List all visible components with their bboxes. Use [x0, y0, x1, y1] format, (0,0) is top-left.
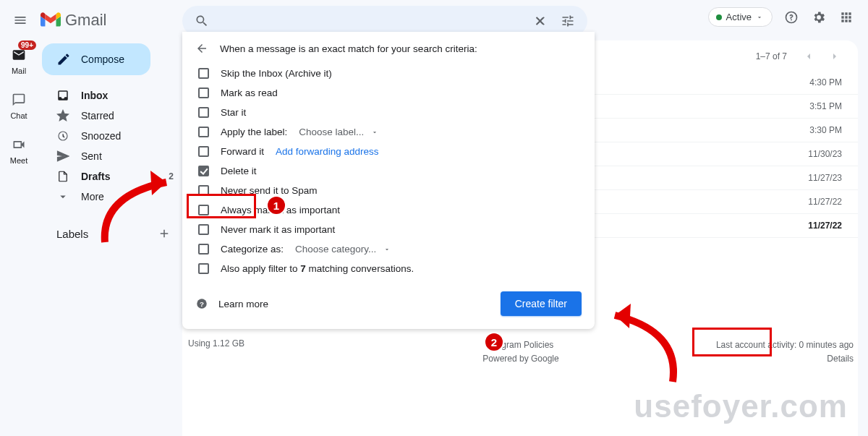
option-never-spam[interactable]: Never send it to Spam: [195, 181, 582, 200]
checkbox[interactable]: [198, 224, 209, 235]
status-pill[interactable]: Active: [708, 7, 773, 27]
option-categorize[interactable]: Categorize as:Choose category...: [195, 239, 582, 259]
label-dropdown[interactable]: Choose label...: [299, 127, 378, 137]
inbox-icon: [56, 89, 69, 102]
chat-icon: [12, 93, 26, 107]
support-button[interactable]: [783, 9, 800, 26]
nav-more[interactable]: More: [42, 187, 179, 207]
last-activity: Last account activity: 0 minutes ago: [716, 338, 854, 352]
create-filter-button[interactable]: Create filter: [501, 291, 582, 316]
rail-meet[interactable]: Meet: [9, 134, 29, 165]
option-also-apply[interactable]: Also apply filter to 7 matching conversa…: [195, 259, 582, 278]
labels-heading: Labels: [56, 228, 88, 240]
search-icon[interactable]: [188, 7, 216, 35]
search-clear-button[interactable]: [527, 7, 554, 35]
option-skip-inbox[interactable]: Skip the Inbox (Archive it): [195, 64, 582, 83]
mail-badge: 99+: [18, 40, 36, 50]
nav-sent[interactable]: Sent: [42, 146, 179, 166]
panel-title: When a message is an exact match for you…: [220, 43, 477, 54]
plus-icon: [158, 227, 171, 240]
search-input[interactable]: [216, 15, 527, 27]
checkbox[interactable]: [198, 107, 209, 118]
nav-starred[interactable]: Starred: [42, 106, 179, 126]
close-icon: [533, 14, 548, 28]
option-star[interactable]: Star it: [195, 103, 582, 122]
help-icon: [784, 10, 799, 25]
nav-snoozed[interactable]: Snoozed: [42, 126, 179, 146]
apps-icon: [839, 10, 854, 25]
back-button[interactable]: [195, 42, 208, 55]
option-mark-read[interactable]: Mark as read: [195, 83, 582, 103]
powered-by: Powered by Google: [482, 352, 558, 366]
chevron-down-icon: [56, 190, 69, 203]
checkbox[interactable]: [198, 127, 209, 137]
arrow-left-icon: [195, 42, 208, 55]
tune-icon: [561, 14, 575, 28]
learn-more-link[interactable]: ?Learn more: [195, 297, 268, 310]
compose-label: Compose: [81, 54, 124, 65]
svg-text:?: ?: [200, 300, 204, 308]
newer-button[interactable]: [799, 46, 819, 67]
category-dropdown[interactable]: Choose category...: [295, 244, 391, 255]
add-label-button[interactable]: [158, 227, 171, 240]
nav-drafts[interactable]: Drafts2: [42, 166, 179, 187]
checkbox[interactable]: [198, 263, 209, 274]
rail-chat[interactable]: Chat: [9, 90, 29, 120]
option-never-important[interactable]: Never mark it as important: [195, 220, 582, 239]
add-forwarding-link[interactable]: Add forwarding address: [276, 146, 379, 157]
star-icon: [56, 109, 69, 122]
chevron-left-icon: [803, 51, 814, 62]
dropdown-icon: [371, 129, 378, 136]
gmail-icon: [41, 12, 61, 28]
pagination-count: 1–7 of 7: [756, 51, 787, 61]
draft-icon: [56, 170, 69, 183]
rail-mail[interactable]: 99+ Mail: [9, 45, 29, 75]
filter-options-panel: When a message is an exact match for you…: [182, 32, 595, 329]
option-always-important[interactable]: Always mark it as important: [195, 200, 582, 220]
footer-right: Last account activity: 0 minutes ago Det…: [716, 338, 854, 366]
checkbox[interactable]: [198, 205, 209, 215]
storage-usage[interactable]: Using 1.12 GB: [188, 338, 244, 349]
pencil-icon: [56, 52, 71, 67]
status-label: Active: [726, 12, 752, 22]
checkbox[interactable]: [198, 166, 209, 176]
meet-icon: [12, 137, 26, 152]
nav-inbox[interactable]: Inbox: [42, 85, 179, 106]
status-dot-icon: [716, 14, 722, 20]
option-apply-label[interactable]: Apply the label:Choose label...: [195, 122, 582, 142]
menu-icon: [13, 13, 27, 27]
clock-icon: [56, 129, 69, 142]
option-forward[interactable]: Forward itAdd forwarding address: [195, 142, 582, 161]
gmail-logo[interactable]: Gmail: [41, 11, 106, 30]
annotation-badge-1: 1: [266, 195, 286, 215]
send-icon: [56, 150, 69, 163]
app-name: Gmail: [65, 11, 106, 30]
compose-button[interactable]: Compose: [42, 43, 150, 75]
chevron-down-icon: [756, 14, 763, 21]
details-link[interactable]: Details: [716, 352, 854, 366]
checkbox[interactable]: [198, 68, 209, 79]
option-delete[interactable]: Delete it: [195, 161, 582, 181]
mail-icon: [12, 48, 26, 62]
dropdown-icon: [383, 246, 391, 253]
checkbox[interactable]: [198, 244, 209, 255]
chevron-right-icon: [829, 51, 841, 62]
settings-button[interactable]: [810, 9, 827, 26]
checkbox[interactable]: [198, 87, 209, 98]
main-menu-button[interactable]: [3, 3, 38, 38]
gear-icon: [812, 10, 826, 25]
search-options-button[interactable]: [554, 7, 582, 35]
watermark: usefoyer.com: [634, 388, 848, 424]
annotation-badge-2: 2: [484, 332, 504, 352]
help-icon: ?: [195, 297, 208, 310]
apps-button[interactable]: [838, 9, 855, 26]
checkbox[interactable]: [198, 185, 209, 196]
checkbox[interactable]: [198, 146, 209, 157]
older-button[interactable]: [825, 46, 845, 67]
